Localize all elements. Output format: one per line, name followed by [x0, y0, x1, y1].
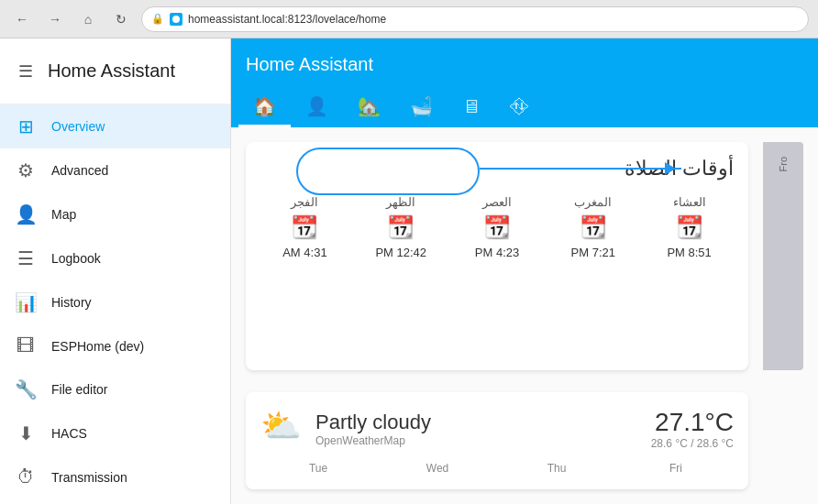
prayer-fajr-time: 4:31 AM — [282, 246, 326, 259]
hacs-label: HACS — [51, 426, 87, 441]
prayer-dhuhr-name: الظهر — [386, 195, 415, 209]
file-editor-label: File editor — [51, 382, 107, 397]
overview-label: Overview — [51, 119, 105, 134]
prayer-fajr: الفجر 📆 4:31 AM — [260, 195, 349, 259]
sidebar-item-logbook[interactable]: ☰ Logbook — [0, 236, 230, 280]
grid-icon: ⊞ — [15, 115, 37, 137]
tab-network[interactable]: ⛗ — [495, 90, 543, 127]
favicon — [170, 13, 182, 26]
prayer-isha-icon: 📆 — [676, 214, 703, 240]
forward-button[interactable]: → — [42, 6, 68, 32]
file-editor-icon: 🔧 — [15, 378, 37, 400]
weather-info: Partly cloudy OpenWeatherMap — [315, 411, 640, 447]
weather-card: ⛅ Partly cloudy OpenWeatherMap 27.1°C 28… — [246, 392, 748, 489]
prayer-maghrib-icon: 📆 — [580, 214, 607, 240]
tab-home[interactable]: 🏠 — [238, 90, 291, 127]
address-bar[interactable]: 🔒 homeassistant.local:8123/lovelace/home — [141, 6, 809, 32]
sidebar-item-map[interactable]: 👤 Map — [0, 192, 230, 236]
day-wed: Wed — [380, 462, 495, 475]
sidebar-item-transmission[interactable]: ⏱ Transmission — [0, 455, 230, 499]
day-tue: Tue — [260, 462, 376, 475]
prayer-fajr-icon: 📆 — [291, 214, 318, 240]
logbook-icon: ☰ — [15, 247, 37, 269]
content-area: أوقات الصلاة العشاء 📆 8:51 PM المغرب 📆 7… — [231, 127, 818, 385]
sidebar-nav: ⊞ Overview ⚙ Advanced 👤 Map ☰ Logbook 📊 … — [0, 104, 230, 504]
prayer-asr-name: العصر — [482, 195, 512, 209]
top-bar-title: Home Assistant — [246, 54, 803, 75]
hacs-icon: ⬇ — [15, 422, 37, 444]
day-thu: Thu — [499, 462, 614, 475]
prayer-dhuhr: الظهر 📆 12:42 PM — [357, 195, 446, 259]
weather-range: 28.6 °C / 28.6 °C — [651, 437, 734, 450]
tab-bar: 🏠 👤 🏡 🛁 🖥 ⛗ — [231, 90, 818, 127]
sidebar-item-hacs[interactable]: ⬇ HACS — [0, 411, 230, 455]
lock-icon: 🔒 — [151, 13, 164, 25]
prayer-asr: العصر 📆 4:23 PM — [453, 195, 542, 259]
esphome-label: ESPHome (dev) — [51, 339, 144, 354]
transmission-label: Transmission — [51, 470, 127, 485]
weather-header: ⛅ Partly cloudy OpenWeatherMap 27.1°C 28… — [260, 407, 734, 451]
sidebar-item-advanced[interactable]: ⚙ Advanced — [0, 148, 230, 192]
prayer-maghrib: المغرب 📆 7:21 PM — [548, 195, 637, 259]
url-text: homeassistant.local:8123/lovelace/home — [188, 13, 386, 26]
weather-source: OpenWeatherMap — [315, 434, 640, 447]
main-content: Home Assistant 🏠 👤 🏡 🛁 🖥 ⛗ أوقات الصلاة … — [231, 38, 818, 504]
browser-chrome: ← → ⌂ ↻ 🔒 homeassistant.local:8123/lovel… — [0, 0, 818, 38]
transmission-icon: ⏱ — [15, 466, 37, 488]
history-icon: 📊 — [15, 291, 37, 313]
sidebar-item-overview[interactable]: ⊞ Overview — [0, 104, 230, 148]
tab-monitor[interactable]: 🖥 — [448, 90, 495, 127]
logbook-label: Logbook — [51, 251, 101, 266]
esphome-icon: 🎞 — [15, 335, 37, 356]
prayer-times-grid: العشاء 📆 8:51 PM المغرب 📆 7:21 PM العصر … — [260, 195, 734, 259]
prayer-fajr-name: الفجر — [291, 195, 318, 209]
map-label: Map — [51, 207, 76, 222]
home-button[interactable]: ⌂ — [75, 6, 101, 32]
prayer-isha-time: 8:51 PM — [667, 246, 711, 259]
sidebar: ☰ Home Assistant ⊞ Overview ⚙ Advanced 👤… — [0, 38, 231, 504]
gear-icon: ⚙ — [15, 159, 37, 181]
weather-row: ⛅ Partly cloudy OpenWeatherMap 27.1°C 28… — [231, 385, 818, 504]
weather-spacer — [763, 385, 803, 489]
weather-temperature: 27.1°C — [651, 408, 734, 437]
hamburger-icon: ☰ — [18, 62, 33, 81]
prayer-dhuhr-time: 12:42 PM — [375, 246, 426, 259]
day-fri: Fri — [618, 462, 734, 475]
prayer-isha-name: العشاء — [673, 195, 706, 209]
right-side-panel: Fro — [763, 142, 803, 370]
weather-temp-container: 27.1°C 28.6 °C / 28.6 °C — [651, 408, 734, 450]
map-icon: 👤 — [15, 203, 37, 225]
top-bar: Home Assistant — [231, 38, 818, 90]
prayer-isha: العشاء 📆 8:51 PM — [645, 195, 734, 259]
menu-button[interactable]: ☰ — [15, 58, 37, 85]
back-button[interactable]: ← — [9, 6, 35, 32]
prayer-card: أوقات الصلاة العشاء 📆 8:51 PM المغرب 📆 7… — [246, 142, 748, 370]
advanced-label: Advanced — [51, 163, 108, 178]
prayer-dhuhr-icon: 📆 — [387, 214, 415, 240]
sidebar-item-file-editor[interactable]: 🔧 File editor — [0, 367, 230, 411]
prayer-asr-icon: 📆 — [483, 214, 511, 240]
prayer-asr-time: 4:23 PM — [475, 246, 519, 259]
weather-description: Partly cloudy — [315, 411, 640, 434]
sidebar-item-history[interactable]: 📊 History — [0, 280, 230, 324]
weather-days: Tue Wed Thu Fri — [260, 462, 734, 475]
prayer-maghrib-name: المغرب — [574, 195, 612, 209]
sidebar-header: ☰ Home Assistant — [0, 38, 230, 104]
app-container: ☰ Home Assistant ⊞ Overview ⚙ Advanced 👤… — [0, 38, 818, 504]
sidebar-title: Home Assistant — [48, 60, 175, 82]
weather-icon: ⛅ — [260, 407, 304, 451]
tab-bath[interactable]: 🛁 — [395, 90, 448, 127]
prayer-maghrib-time: 7:21 PM — [571, 246, 615, 259]
tab-person[interactable]: 👤 — [291, 90, 343, 127]
prayer-card-title: أوقات الصلاة — [260, 157, 734, 181]
history-label: History — [51, 295, 92, 310]
tab-house[interactable]: 🏡 — [343, 90, 395, 127]
right-panel-text: Fro — [778, 157, 789, 172]
refresh-button[interactable]: ↻ — [108, 6, 134, 32]
sidebar-item-esphome[interactable]: 🎞 ESPHome (dev) — [0, 324, 230, 367]
